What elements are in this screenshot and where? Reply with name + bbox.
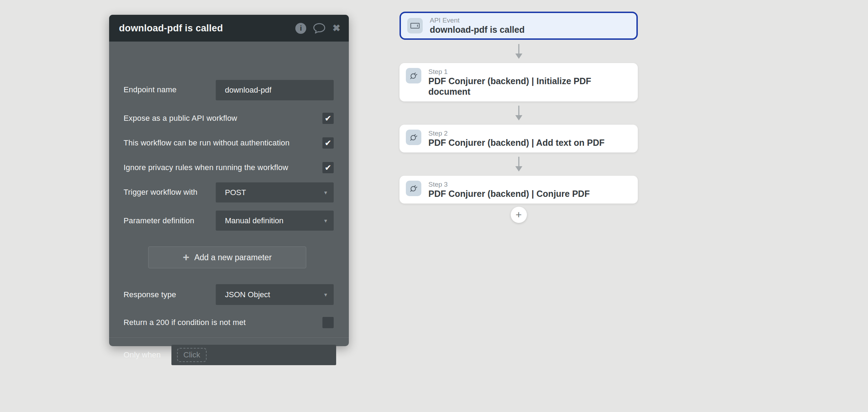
panel-header-icons: i ✖ [295, 23, 340, 34]
add-parameter-button[interactable]: + Add a new parameter [148, 246, 306, 268]
step-2-card[interactable]: Step 2 PDF Conjurer (backend) | Add text… [400, 125, 638, 152]
flow-arrow [514, 152, 523, 176]
add-step-button[interactable]: + [511, 207, 527, 223]
trigger-method-dropdown[interactable]: POST ▼ [216, 182, 334, 202]
response-type-label: Response type [124, 290, 176, 299]
panel-header[interactable]: download-pdf is called i ✖ [109, 15, 349, 42]
parameter-definition-dropdown[interactable]: Manual definition ▼ [216, 211, 334, 231]
plugin-icon [406, 181, 421, 196]
expose-checkbox[interactable]: ✔ [322, 113, 334, 124]
parameter-definition-label: Parameter definition [124, 216, 194, 225]
no-auth-row: This workflow can be run without authent… [124, 137, 334, 149]
panel-title: download-pdf is called [119, 23, 295, 34]
panel-divider [109, 337, 349, 337]
step-2-title: PDF Conjurer (backend) | Add text on PDF [428, 137, 605, 148]
flow-arrow [514, 40, 523, 63]
workflow-editor-canvas: download-pdf is called i ✖ Endpoint name… [0, 0, 868, 412]
endpoint-name-input[interactable] [216, 80, 334, 100]
only-when-click-button[interactable]: Click [177, 348, 207, 362]
info-icon[interactable]: i [295, 23, 306, 34]
expose-label: Expose as a public API workflow [124, 114, 237, 123]
step-1-card[interactable]: Step 1 PDF Conjurer (backend) | Initiali… [400, 63, 638, 101]
step-2-label: Step 2 [428, 130, 605, 137]
step-3-card[interactable]: Step 3 PDF Conjurer (backend) | Conjure … [400, 176, 638, 204]
arrow-down-icon [514, 44, 523, 59]
ignore-privacy-checkbox[interactable]: ✔ [322, 162, 334, 173]
arrow-down-icon [514, 157, 523, 171]
return-200-row: Return a 200 if condition is not met [124, 317, 334, 328]
flow-arrow [514, 101, 523, 125]
plugin-icon [406, 68, 421, 83]
trigger-label: Trigger workflow with [124, 188, 197, 197]
api-event-node[interactable]: API Event download-pdf is called [400, 12, 638, 40]
step-1-title: PDF Conjurer (backend) | Initialize PDF … [428, 76, 611, 97]
comment-icon[interactable] [313, 23, 326, 34]
chevron-down-icon: ▼ [323, 190, 328, 195]
close-icon[interactable]: ✖ [332, 24, 340, 33]
chevron-down-icon: ▼ [323, 292, 328, 298]
step-3-label: Step 3 [428, 181, 590, 188]
api-event-kind-label: API Event [430, 17, 524, 24]
trigger-method-value: POST [225, 188, 246, 197]
plus-icon: + [183, 251, 189, 263]
only-when-field[interactable]: Click [171, 345, 336, 365]
no-auth-checkbox[interactable]: ✔ [322, 137, 334, 149]
endpoint-name-label: Endpoint name [124, 85, 177, 94]
ignore-privacy-label: Ignore privacy rules when running the wo… [124, 163, 288, 172]
arrow-down-icon [514, 106, 523, 120]
event-properties-panel: download-pdf is called i ✖ Endpoint name… [109, 15, 349, 346]
add-parameter-label: Add a new parameter [194, 253, 272, 262]
api-event-title: download-pdf is called [430, 24, 524, 35]
no-auth-label: This workflow can be run without authent… [124, 138, 290, 148]
only-when-label: Only when [124, 350, 161, 360]
step-3-title: PDF Conjurer (backend) | Conjure PDF [428, 188, 590, 199]
step-1-label: Step 1 [428, 68, 611, 76]
api-event-icon [407, 18, 423, 33]
return-200-checkbox[interactable] [322, 317, 334, 328]
response-type-value: JSON Object [225, 290, 270, 299]
return-200-label: Return a 200 if condition is not met [124, 318, 246, 327]
response-type-dropdown[interactable]: JSON Object ▼ [216, 284, 334, 305]
workflow-diagram: API Event download-pdf is called St [400, 12, 638, 223]
plugin-icon [406, 130, 421, 145]
ignore-privacy-row: Ignore privacy rules when running the wo… [124, 162, 334, 173]
parameter-definition-value: Manual definition [225, 216, 283, 225]
panel-body: Endpoint name Expose as a public API wor… [109, 42, 349, 346]
chevron-down-icon: ▼ [323, 218, 328, 224]
expose-row: Expose as a public API workflow ✔ [124, 113, 334, 124]
